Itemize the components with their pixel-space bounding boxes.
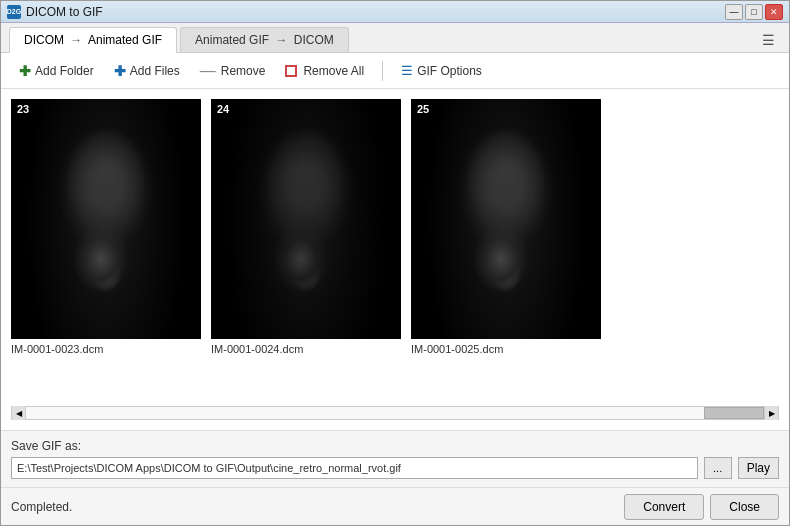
image-label-3: IM-0001-0025.dcm (411, 343, 503, 355)
save-path-input[interactable] (11, 457, 698, 479)
menu-icon[interactable]: ☰ (756, 28, 781, 52)
list-item: 24 IM-0001-0024.dcm (211, 99, 401, 402)
add-folder-label: Add Folder (35, 64, 94, 78)
image-frame-2: 24 (211, 99, 401, 339)
save-row: Save GIF as: (11, 439, 779, 453)
tab-dicom-to-gif[interactable]: DICOM → Animated GIF (9, 27, 177, 53)
add-files-button[interactable]: ✚ Add Files (106, 60, 188, 82)
main-window: D2G DICOM to GIF — □ ✕ DICOM → Animated … (0, 0, 790, 526)
add-files-label: Add Files (130, 64, 180, 78)
image-label-1: IM-0001-0023.dcm (11, 343, 103, 355)
minimize-button[interactable]: — (725, 4, 743, 20)
scroll-track[interactable] (26, 407, 764, 419)
title-bar: D2G DICOM to GIF — □ ✕ (1, 1, 789, 23)
remove-all-icon (285, 65, 297, 77)
window-controls: — □ ✕ (725, 4, 783, 20)
play-button[interactable]: Play (738, 457, 779, 479)
scroll-thumb[interactable] (704, 407, 764, 419)
status-buttons: Convert Close (624, 494, 779, 520)
toolbar-separator (382, 61, 383, 81)
tab-gif-to-dicom[interactable]: Animated GIF → DICOM (180, 27, 349, 52)
image-number-2: 24 (217, 103, 229, 115)
toolbar: ✚ Add Folder ✚ Add Files — Remove Remove… (1, 53, 789, 89)
mri-image-1 (11, 99, 201, 339)
image-number-3: 25 (417, 103, 429, 115)
remove-button[interactable]: — Remove (192, 59, 274, 83)
status-bar: Completed. Convert Close (1, 487, 789, 525)
save-area: Save GIF as: ... Play (1, 430, 789, 487)
save-label: Save GIF as: (11, 439, 81, 453)
add-folder-icon: ✚ (19, 63, 31, 79)
scroll-left-button[interactable]: ◀ (12, 406, 26, 420)
close-button[interactable]: Close (710, 494, 779, 520)
gif-options-button[interactable]: ☰ GIF Options (393, 60, 490, 81)
horizontal-scrollbar[interactable]: ◀ ▶ (11, 406, 779, 420)
maximize-button[interactable]: □ (745, 4, 763, 20)
images-grid: 23 IM-0001-0023.dcm 24 IM-0001-0024.dcm … (11, 99, 779, 402)
mri-image-2 (211, 99, 401, 339)
scroll-right-button[interactable]: ▶ (764, 406, 778, 420)
remove-label: Remove (221, 64, 266, 78)
add-folder-button[interactable]: ✚ Add Folder (11, 60, 102, 82)
app-icon: D2G (7, 5, 21, 19)
mri-image-3 (411, 99, 601, 339)
add-files-icon: ✚ (114, 63, 126, 79)
list-item: 23 IM-0001-0023.dcm (11, 99, 201, 402)
image-frame-3: 25 (411, 99, 601, 339)
list-item: 25 IM-0001-0025.dcm (411, 99, 601, 402)
image-frame-1: 23 (11, 99, 201, 339)
remove-icon: — (200, 62, 216, 80)
image-number-1: 23 (17, 103, 29, 115)
browse-button[interactable]: ... (704, 457, 732, 479)
remove-all-label: Remove All (303, 64, 364, 78)
window-title: DICOM to GIF (26, 5, 725, 19)
gif-options-icon: ☰ (401, 63, 413, 78)
close-button[interactable]: ✕ (765, 4, 783, 20)
content-area: 23 IM-0001-0023.dcm 24 IM-0001-0024.dcm … (1, 89, 789, 430)
gif-options-label: GIF Options (417, 64, 482, 78)
save-path-row: ... Play (11, 457, 779, 479)
status-text: Completed. (11, 500, 72, 514)
remove-all-button[interactable]: Remove All (277, 61, 372, 81)
convert-button[interactable]: Convert (624, 494, 704, 520)
tabs-bar: DICOM → Animated GIF Animated GIF → DICO… (1, 23, 789, 53)
image-label-2: IM-0001-0024.dcm (211, 343, 303, 355)
